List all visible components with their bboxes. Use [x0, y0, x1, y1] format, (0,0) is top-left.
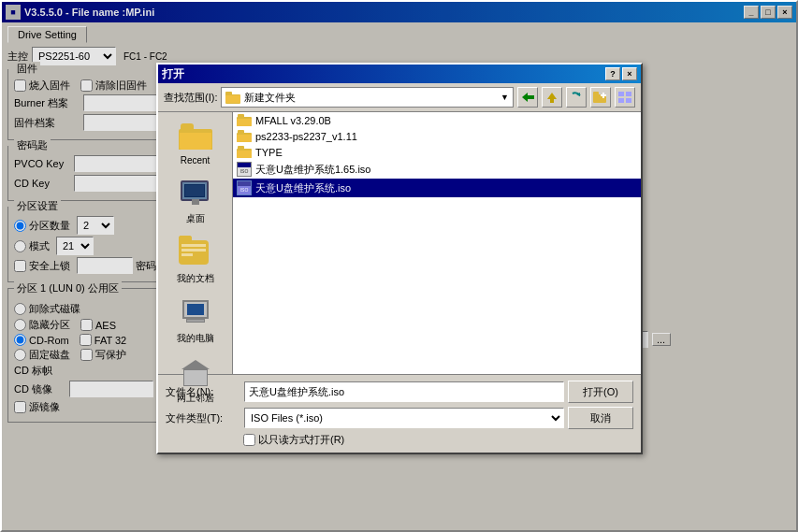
filename-label: 文件名(N):: [166, 385, 240, 399]
nav-network[interactable]: 网上邻居: [164, 356, 227, 409]
readonly-row: 以只读方式打开(R): [166, 433, 633, 447]
mycomp-label: 我的电脑: [177, 332, 214, 345]
file-item-2[interactable]: TYPE: [233, 144, 641, 160]
dialog-close-button[interactable]: ×: [622, 67, 637, 80]
file-name-0: MFALL v3.29.0B: [255, 115, 331, 126]
svg-rect-13: [626, 92, 631, 96]
svg-rect-9: [593, 92, 599, 96]
file-item-4[interactable]: ISO 天意U盘维护系统.iso: [233, 179, 641, 197]
view-toggle-button[interactable]: [615, 87, 635, 108]
filetype-label: 文件类型(T):: [166, 411, 240, 425]
dialog-title-buttons: ? ×: [605, 67, 637, 80]
location-value: 新建文件夹: [244, 91, 296, 105]
file-name-1: ps2233-ps2237_v1.11: [255, 131, 357, 142]
mydocs-label: 我的文档: [177, 272, 214, 285]
main-window: ■ V3.5.5.0 - File name :MP.ini _ □ × Dri…: [0, 0, 798, 532]
nav-recent[interactable]: Recent: [164, 120, 227, 169]
open-dialog: 打开 ? × 查找范围(I): 新建文件夹 ▼: [156, 63, 643, 454]
filename-row: 文件名(N): 打开(O): [166, 381, 633, 403]
up-icon: [544, 91, 559, 104]
cancel-button[interactable]: 取消: [568, 407, 633, 429]
file-item-3[interactable]: ISO 天意U盘维护系统1.65.iso: [233, 160, 641, 179]
nav-mydocs[interactable]: 我的文档: [164, 237, 227, 289]
nav-pane: Recent 桌面: [158, 112, 233, 374]
network-icon: [179, 360, 212, 390]
iso-icon-3: ISO: [237, 162, 252, 177]
dialog-title-bar: 打开 ? ×: [158, 65, 641, 83]
folder-icon-1: [237, 130, 252, 142]
dialog-toolbar: 查找范围(I): 新建文件夹 ▼: [158, 83, 641, 112]
mydocs-icon: [179, 240, 212, 270]
svg-rect-6: [550, 99, 554, 103]
location-arrow: ▼: [501, 93, 509, 102]
file-item-0[interactable]: MFALL v3.29.0B: [233, 112, 641, 128]
dialog-title-text: 打开: [162, 66, 605, 82]
file-item-1[interactable]: ps2233-ps2237_v1.11: [233, 128, 641, 144]
new-folder-button[interactable]: [590, 87, 611, 108]
file-name-4: 天意U盘维护系统.iso: [255, 181, 351, 195]
svg-rect-15: [626, 98, 631, 103]
folder-icon-2: [237, 146, 252, 158]
desktop-label: 桌面: [186, 212, 205, 225]
back-icon: [520, 91, 535, 104]
svg-marker-5: [547, 93, 557, 99]
svg-rect-4: [527, 95, 534, 99]
file-name-3: 天意U盘维护系统1.65.iso: [255, 163, 370, 177]
filetype-select[interactable]: ISO Files (*.iso): [244, 408, 564, 428]
view-icon: [617, 91, 632, 104]
dialog-help-button[interactable]: ?: [605, 67, 620, 80]
location-label: 查找范围(I):: [164, 91, 217, 105]
nav-up-button[interactable]: [542, 87, 562, 108]
svg-rect-2: [225, 95, 240, 103]
nav-mycomp[interactable]: 我的电脑: [164, 296, 227, 349]
dialog-bottom: 文件名(N): 打开(O) 文件类型(T): ISO Files (*.iso)…: [158, 374, 641, 453]
file-list: MFALL v3.29.0B ps2233-ps2237_v1.11: [233, 112, 641, 374]
file-name-2: TYPE: [255, 147, 283, 158]
dialog-overlay: 打开 ? × 查找范围(I): 新建文件夹 ▼: [2, 2, 796, 530]
readonly-checkbox[interactable]: [243, 434, 255, 446]
mycomp-icon: [179, 300, 212, 330]
folder-icon-0: [237, 114, 252, 126]
open-button[interactable]: 打开(O): [568, 381, 633, 403]
desktop-nav-icon: [179, 180, 212, 210]
svg-rect-14: [618, 98, 624, 103]
new-folder-icon: [593, 91, 608, 104]
filename-input[interactable]: [244, 381, 564, 402]
location-select[interactable]: 新建文件夹 ▼: [221, 87, 514, 108]
nav-refresh-button[interactable]: [566, 87, 587, 108]
filetype-row: 文件类型(T): ISO Files (*.iso) 取消: [166, 407, 633, 429]
nav-back-button[interactable]: [517, 87, 538, 108]
dialog-body: Recent 桌面: [158, 112, 641, 374]
refresh-icon: [569, 91, 584, 104]
nav-desktop[interactable]: 桌面: [164, 177, 227, 229]
readonly-label: 以只读方式打开(R): [258, 433, 344, 447]
recent-icon: [179, 123, 212, 153]
iso-icon-4: ISO: [237, 180, 252, 195]
folder-icon-location: [225, 91, 240, 104]
svg-rect-12: [618, 92, 624, 96]
recent-label: Recent: [181, 155, 210, 165]
